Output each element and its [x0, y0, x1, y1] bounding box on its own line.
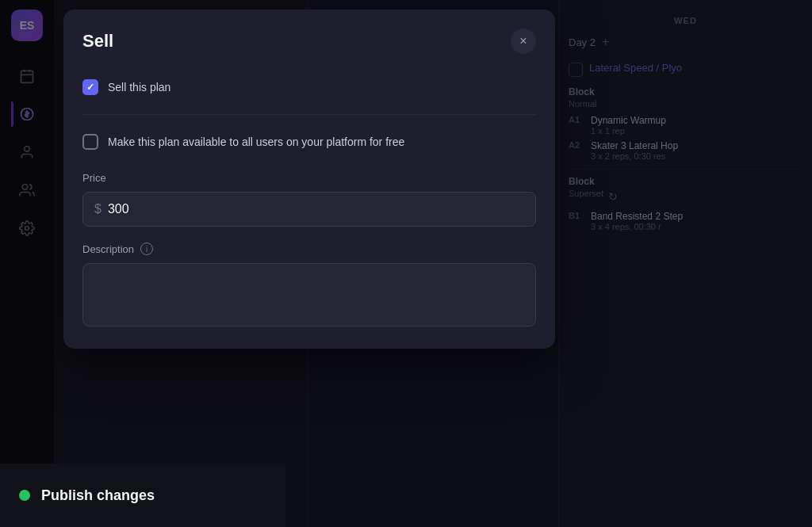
sell-modal: Sell × Sell this plan Make this plan ava… [63, 10, 555, 349]
close-button[interactable]: × [511, 29, 536, 54]
divider [82, 114, 536, 115]
sell-plan-checkbox[interactable] [82, 79, 98, 95]
sell-plan-label: Sell this plan [108, 81, 170, 94]
description-label-row: Description i [82, 242, 536, 255]
sell-plan-row: Sell this plan [82, 73, 536, 101]
publish-status-dot [19, 490, 30, 501]
publish-bar: Publish changes [0, 464, 285, 527]
description-textarea[interactable] [82, 263, 536, 327]
free-plan-checkbox[interactable] [82, 134, 98, 150]
free-plan-label: Make this plan available to all users on… [108, 136, 404, 148]
free-plan-row: Make this plan available to all users on… [82, 128, 536, 156]
price-input-wrapper: $ [82, 192, 536, 227]
price-section: Price $ [82, 172, 536, 227]
description-section: Description i [82, 242, 536, 330]
price-label: Price [82, 172, 536, 184]
publish-label[interactable]: Publish changes [41, 487, 155, 504]
description-label: Description [82, 243, 134, 255]
price-input[interactable] [108, 202, 524, 216]
modal-header: Sell × [82, 29, 536, 54]
dollar-sign: $ [94, 202, 102, 216]
info-icon[interactable]: i [140, 242, 153, 255]
modal-title: Sell [82, 31, 113, 52]
